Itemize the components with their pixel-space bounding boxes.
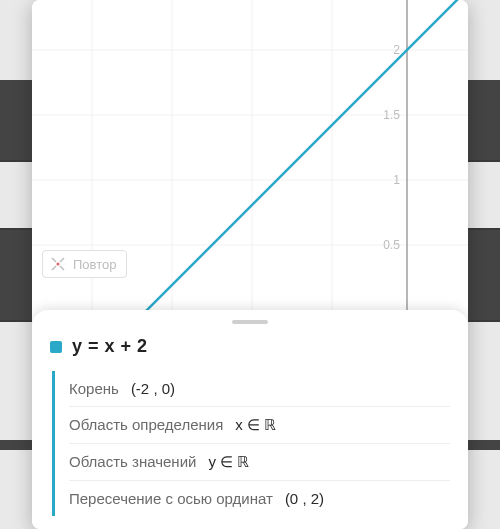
series-line — [72, 0, 468, 310]
tick-15: 1.5 — [383, 108, 400, 122]
property-y-intercept[interactable]: Пересечение с осью ординат (0 , 2) — [69, 480, 450, 516]
reset-view-button[interactable]: Повтор — [42, 250, 127, 278]
properties-list: Корень (-2 , 0) Область определения x ∈ … — [52, 371, 450, 516]
property-value: (0 , 2) — [285, 490, 324, 507]
property-value: y ∈ ℝ — [208, 453, 249, 471]
property-domain[interactable]: Область определения x ∈ ℝ — [69, 406, 450, 443]
chart-area[interactable]: 2 1.5 1 0.5 Повтор — [32, 0, 468, 310]
tick-1: 1 — [393, 173, 400, 187]
reset-view-label: Повтор — [73, 257, 116, 272]
equation-text: y = x + 2 — [72, 336, 148, 357]
details-sheet: y = x + 2 Корень (-2 , 0) Область опреде… — [32, 310, 468, 529]
property-value: (-2 , 0) — [131, 380, 175, 397]
property-value: x ∈ ℝ — [235, 416, 276, 434]
tick-05: 0.5 — [383, 238, 400, 252]
property-label: Корень — [69, 380, 119, 397]
graph-panel: 2 1.5 1 0.5 Повтор — [32, 0, 468, 529]
recenter-icon — [49, 255, 67, 273]
property-label: Область определения — [69, 416, 223, 433]
tick-2: 2 — [393, 43, 400, 57]
equation-row[interactable]: y = x + 2 — [50, 336, 450, 357]
property-range[interactable]: Область значений y ∈ ℝ — [69, 443, 450, 480]
property-label: Область значений — [69, 453, 196, 470]
property-root[interactable]: Корень (-2 , 0) — [69, 371, 450, 406]
property-label: Пересечение с осью ординат — [69, 490, 273, 507]
series-color-swatch — [50, 341, 62, 353]
svg-point-9 — [56, 262, 59, 265]
sheet-grabber[interactable] — [232, 320, 268, 324]
